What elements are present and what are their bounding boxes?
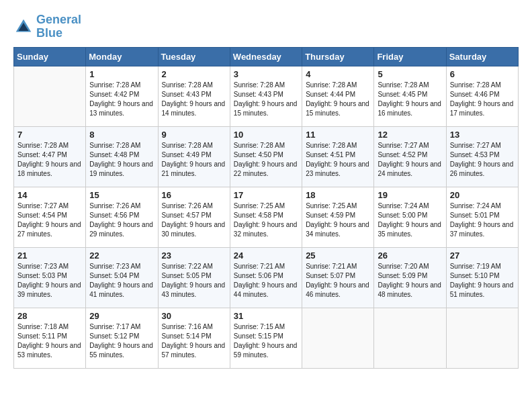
calendar-cell: 13 Sunrise: 7:27 AM Sunset: 4:53 PM Dayl… [446, 126, 518, 187]
day-number: 4 [306, 69, 370, 79]
cell-info: Sunrise: 7:28 AM Sunset: 4:49 PM Dayligh… [162, 141, 226, 179]
calendar-cell: 8 Sunrise: 7:28 AM Sunset: 4:48 PM Dayli… [86, 126, 158, 187]
day-number: 19 [378, 190, 442, 200]
page-header: General Blue [13, 13, 519, 40]
cell-info: Sunrise: 7:28 AM Sunset: 4:42 PM Dayligh… [89, 81, 154, 118]
cell-info: Sunrise: 7:21 AM Sunset: 5:06 PM Dayligh… [234, 262, 298, 300]
header-wednesday: Wednesday [230, 47, 302, 66]
calendar-cell: 2 Sunrise: 7:28 AM Sunset: 4:43 PM Dayli… [158, 66, 230, 126]
calendar-cell: 15 Sunrise: 7:26 AM Sunset: 4:56 PM Dayl… [86, 187, 158, 247]
cell-info: Sunrise: 7:15 AM Sunset: 5:15 PM Dayligh… [234, 322, 298, 360]
day-number: 10 [234, 130, 298, 140]
day-number: 7 [17, 130, 82, 140]
day-number: 17 [234, 190, 298, 200]
cell-info: Sunrise: 7:27 AM Sunset: 4:53 PM Dayligh… [450, 141, 515, 179]
cell-info: Sunrise: 7:19 AM Sunset: 5:10 PM Dayligh… [450, 262, 515, 300]
header-monday: Monday [86, 47, 158, 66]
calendar-cell: 5 Sunrise: 7:28 AM Sunset: 4:45 PM Dayli… [374, 66, 446, 126]
calendar-cell: 29 Sunrise: 7:17 AM Sunset: 5:12 PM Dayl… [86, 308, 158, 368]
cell-info: Sunrise: 7:16 AM Sunset: 5:14 PM Dayligh… [162, 322, 226, 360]
header-friday: Friday [374, 47, 446, 66]
day-number: 15 [89, 190, 154, 200]
calendar-cell: 20 Sunrise: 7:24 AM Sunset: 5:01 PM Dayl… [446, 187, 518, 247]
calendar-cell [374, 308, 446, 368]
calendar-cell: 18 Sunrise: 7:25 AM Sunset: 4:59 PM Dayl… [302, 187, 374, 247]
header-thursday: Thursday [302, 47, 374, 66]
day-number: 1 [89, 69, 154, 79]
calendar-body: 1 Sunrise: 7:28 AM Sunset: 4:42 PM Dayli… [14, 66, 519, 368]
day-number: 26 [378, 250, 442, 261]
cell-info: Sunrise: 7:17 AM Sunset: 5:12 PM Dayligh… [89, 322, 154, 360]
day-number: 21 [17, 250, 82, 261]
cell-info: Sunrise: 7:26 AM Sunset: 4:56 PM Dayligh… [89, 201, 154, 239]
calendar-cell: 10 Sunrise: 7:28 AM Sunset: 4:50 PM Dayl… [230, 126, 302, 187]
calendar-week-row: 21 Sunrise: 7:23 AM Sunset: 5:03 PM Dayl… [14, 247, 519, 308]
cell-info: Sunrise: 7:27 AM Sunset: 4:54 PM Dayligh… [17, 201, 82, 239]
day-number: 11 [306, 130, 370, 140]
calendar-cell: 26 Sunrise: 7:20 AM Sunset: 5:09 PM Dayl… [374, 247, 446, 308]
cell-info: Sunrise: 7:22 AM Sunset: 5:05 PM Dayligh… [162, 262, 226, 300]
day-number: 30 [162, 311, 226, 321]
day-number: 16 [162, 190, 226, 200]
cell-info: Sunrise: 7:18 AM Sunset: 5:11 PM Dayligh… [17, 322, 82, 360]
cell-info: Sunrise: 7:21 AM Sunset: 5:07 PM Dayligh… [306, 262, 370, 300]
calendar-cell [302, 308, 374, 368]
cell-info: Sunrise: 7:28 AM Sunset: 4:46 PM Dayligh… [450, 81, 515, 118]
logo-text: General Blue [36, 13, 81, 40]
cell-info: Sunrise: 7:28 AM Sunset: 4:44 PM Dayligh… [306, 81, 370, 118]
day-number: 3 [234, 69, 298, 79]
day-number: 14 [17, 190, 82, 200]
cell-info: Sunrise: 7:28 AM Sunset: 4:51 PM Dayligh… [306, 141, 370, 179]
calendar-cell [446, 308, 518, 368]
day-number: 13 [450, 130, 515, 140]
calendar-cell [14, 66, 86, 126]
day-number: 29 [89, 311, 154, 321]
day-number: 24 [234, 250, 298, 261]
day-number: 5 [378, 69, 442, 79]
cell-info: Sunrise: 7:23 AM Sunset: 5:03 PM Dayligh… [17, 262, 82, 300]
calendar-cell: 4 Sunrise: 7:28 AM Sunset: 4:44 PM Dayli… [302, 66, 374, 126]
calendar-cell: 30 Sunrise: 7:16 AM Sunset: 5:14 PM Dayl… [158, 308, 230, 368]
calendar-cell: 1 Sunrise: 7:28 AM Sunset: 4:42 PM Dayli… [86, 66, 158, 126]
day-number: 22 [89, 250, 154, 261]
calendar-week-row: 14 Sunrise: 7:27 AM Sunset: 4:54 PM Dayl… [14, 187, 519, 247]
calendar-cell: 28 Sunrise: 7:18 AM Sunset: 5:11 PM Dayl… [14, 308, 86, 368]
day-number: 18 [306, 190, 370, 200]
calendar-cell: 12 Sunrise: 7:27 AM Sunset: 4:52 PM Dayl… [374, 126, 446, 187]
cell-info: Sunrise: 7:28 AM Sunset: 4:45 PM Dayligh… [378, 81, 442, 118]
calendar-header-row: Sunday Monday Tuesday Wednesday Thursday… [14, 47, 519, 66]
cell-info: Sunrise: 7:23 AM Sunset: 5:04 PM Dayligh… [89, 262, 154, 300]
calendar-week-row: 1 Sunrise: 7:28 AM Sunset: 4:42 PM Dayli… [14, 66, 519, 126]
day-number: 8 [89, 130, 154, 140]
day-number: 31 [234, 311, 298, 321]
cell-info: Sunrise: 7:28 AM Sunset: 4:43 PM Dayligh… [234, 81, 298, 118]
calendar-cell: 19 Sunrise: 7:24 AM Sunset: 5:00 PM Dayl… [374, 187, 446, 247]
cell-info: Sunrise: 7:28 AM Sunset: 4:47 PM Dayligh… [17, 141, 82, 179]
cell-info: Sunrise: 7:20 AM Sunset: 5:09 PM Dayligh… [378, 262, 442, 300]
calendar-cell: 23 Sunrise: 7:22 AM Sunset: 5:05 PM Dayl… [158, 247, 230, 308]
day-number: 6 [450, 69, 515, 79]
header-tuesday: Tuesday [158, 47, 230, 66]
cell-info: Sunrise: 7:24 AM Sunset: 5:01 PM Dayligh… [450, 201, 515, 239]
calendar-cell: 22 Sunrise: 7:23 AM Sunset: 5:04 PM Dayl… [86, 247, 158, 308]
cell-info: Sunrise: 7:27 AM Sunset: 4:52 PM Dayligh… [378, 141, 442, 179]
day-number: 20 [450, 190, 515, 200]
day-number: 9 [162, 130, 226, 140]
calendar-cell: 31 Sunrise: 7:15 AM Sunset: 5:15 PM Dayl… [230, 308, 302, 368]
day-number: 27 [450, 250, 515, 261]
cell-info: Sunrise: 7:26 AM Sunset: 4:57 PM Dayligh… [162, 201, 226, 239]
calendar-cell: 7 Sunrise: 7:28 AM Sunset: 4:47 PM Dayli… [14, 126, 86, 187]
cell-info: Sunrise: 7:28 AM Sunset: 4:50 PM Dayligh… [234, 141, 298, 179]
calendar-cell: 6 Sunrise: 7:28 AM Sunset: 4:46 PM Dayli… [446, 66, 518, 126]
calendar-cell: 11 Sunrise: 7:28 AM Sunset: 4:51 PM Dayl… [302, 126, 374, 187]
cell-info: Sunrise: 7:28 AM Sunset: 4:48 PM Dayligh… [89, 141, 154, 179]
day-number: 12 [378, 130, 442, 140]
header-sunday: Sunday [14, 47, 86, 66]
calendar-cell: 9 Sunrise: 7:28 AM Sunset: 4:49 PM Dayli… [158, 126, 230, 187]
calendar-week-row: 28 Sunrise: 7:18 AM Sunset: 5:11 PM Dayl… [14, 308, 519, 368]
cell-info: Sunrise: 7:28 AM Sunset: 4:43 PM Dayligh… [162, 81, 226, 118]
calendar-cell: 25 Sunrise: 7:21 AM Sunset: 5:07 PM Dayl… [302, 247, 374, 308]
calendar-cell: 14 Sunrise: 7:27 AM Sunset: 4:54 PM Dayl… [14, 187, 86, 247]
calendar-cell: 27 Sunrise: 7:19 AM Sunset: 5:10 PM Dayl… [446, 247, 518, 308]
calendar-week-row: 7 Sunrise: 7:28 AM Sunset: 4:47 PM Dayli… [14, 126, 519, 187]
